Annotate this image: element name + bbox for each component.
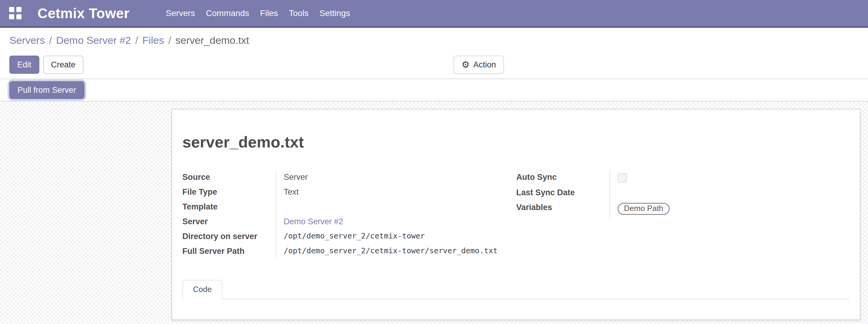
field-label-source: Source (182, 170, 276, 185)
tab-code[interactable]: Code (182, 280, 222, 299)
gear-icon: ⚙ (462, 60, 470, 69)
field-label-file-type: File Type (182, 185, 276, 199)
app-brand-title: Cetmix Tower (37, 5, 129, 22)
field-value-server-link[interactable]: Demo Server #2 (276, 214, 503, 229)
create-button[interactable]: Create (43, 56, 84, 74)
field-groups: Source Server File Type Text Template Se… (182, 170, 849, 259)
field-value-file-type: Text (276, 185, 503, 199)
field-label-template: Template (182, 199, 276, 214)
breadcrumb-servers[interactable]: Servers (9, 34, 45, 46)
field-label-server: Server (182, 214, 276, 229)
form-view-background: server_demo.txt Source Server File Type … (0, 102, 868, 324)
field-group-left: Source Server File Type Text Template Se… (182, 170, 503, 259)
field-label-directory: Directory on server (182, 229, 276, 244)
variable-tag-demo-path[interactable]: Demo Path (618, 203, 670, 215)
field-value-variables: Demo Path (610, 200, 849, 218)
breadcrumb-demo-server[interactable]: Demo Server #2 (56, 34, 131, 46)
breadcrumb-current: server_demo.txt (176, 34, 249, 46)
record-buttons: Edit Create (9, 56, 84, 74)
menu-item-settings[interactable]: Settings (316, 5, 353, 21)
form-statusbar: Pull from Server (0, 79, 868, 102)
breadcrumb-separator: / (49, 34, 52, 46)
field-value-directory: /opt/demo_server_2/cetmix-tower (276, 229, 503, 244)
field-label-auto-sync: Auto Sync (516, 170, 610, 185)
breadcrumb-separator: / (135, 34, 138, 46)
field-value-auto-sync (610, 170, 849, 185)
field-label-last-sync-date: Last Sync Date (516, 185, 610, 200)
field-label-full-path: Full Server Path (182, 244, 276, 259)
breadcrumb-separator: / (168, 34, 171, 46)
action-button-label: Action (473, 60, 496, 69)
edit-button[interactable]: Edit (9, 56, 39, 74)
breadcrumb: Servers / Demo Server #2 / Files / serve… (9, 34, 249, 46)
field-value-source: Server (276, 170, 503, 185)
field-label-variables: Variables (516, 200, 610, 218)
menu-item-servers[interactable]: Servers (162, 5, 198, 21)
field-value-full-path: /opt/demo_server_2/cetmix-tower/server_d… (276, 244, 503, 259)
notebook-tab-strip: Code (182, 279, 849, 299)
menu-item-files[interactable]: Files (256, 5, 282, 21)
control-panel: Servers / Demo Server #2 / Files / serve… (0, 28, 868, 79)
top-navbar: Cetmix Tower Servers Commands Files Tool… (0, 0, 868, 28)
menu-item-commands[interactable]: Commands (202, 5, 253, 21)
field-value-template (276, 199, 503, 214)
action-button[interactable]: ⚙ Action (454, 56, 504, 74)
breadcrumb-files[interactable]: Files (143, 34, 164, 46)
menu-item-tools[interactable]: Tools (285, 5, 312, 21)
field-value-last-sync-date (610, 185, 849, 200)
field-group-right: Auto Sync Last Sync Date Variables Demo … (516, 170, 849, 218)
apps-grid-icon[interactable] (9, 7, 22, 20)
pull-from-server-button[interactable]: Pull from Server (9, 81, 84, 99)
main-menu: Servers Commands Files Tools Settings (162, 5, 353, 21)
form-sheet: server_demo.txt Source Server File Type … (172, 109, 861, 320)
record-title: server_demo.txt (182, 133, 849, 151)
auto-sync-checkbox[interactable] (618, 173, 627, 183)
